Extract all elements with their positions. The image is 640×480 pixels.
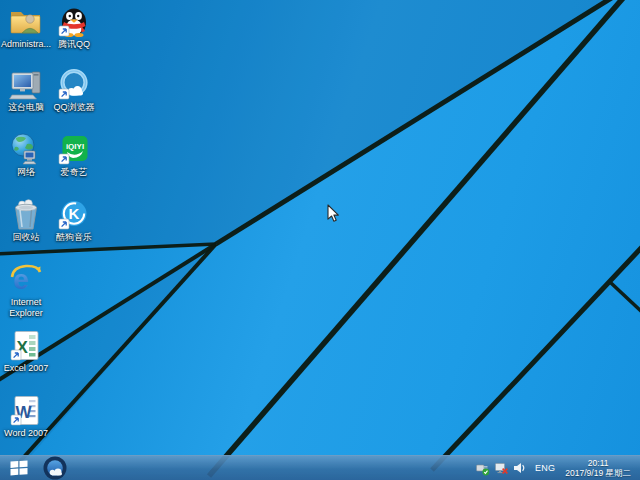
- taskbar-qq-browser-button[interactable]: [38, 456, 72, 480]
- usb-safely-remove-icon[interactable]: [475, 461, 490, 476]
- mouse-cursor: [327, 204, 340, 223]
- desktop-icon-qq-browser[interactable]: QQ浏览器: [49, 67, 99, 113]
- shortcut-arrow-badge: [11, 350, 21, 360]
- internet-explorer-icon: e: [9, 262, 43, 296]
- desktop-icon-label: 回收站: [13, 232, 40, 243]
- qq-browser-icon: [42, 455, 68, 480]
- desktop-icon-label: Word 2007: [4, 428, 48, 439]
- windows-logo-icon: [10, 459, 28, 476]
- volume-icon[interactable]: [513, 461, 527, 475]
- this-pc-icon: [9, 67, 43, 101]
- desktop-icon-tencent-qq[interactable]: 腾讯QQ: [49, 4, 99, 50]
- desktop-icon-iqiyi[interactable]: iQIYI 爱奇艺: [49, 132, 99, 178]
- desktop-icon-word-2007[interactable]: W Word 2007: [1, 393, 51, 439]
- shortcut-arrow-badge: [59, 154, 69, 164]
- desktop-icon-internet-explorer[interactable]: e Internet Explorer: [1, 262, 51, 319]
- language-indicator[interactable]: ENG: [535, 463, 555, 473]
- excel-2007-icon: X: [9, 328, 43, 362]
- svg-text:K: K: [69, 205, 80, 222]
- taskbar: ENG 20:11 2017/9/19 星期二: [0, 455, 640, 480]
- desktop-icon-kugou-music[interactable]: K 酷狗音乐: [49, 197, 99, 243]
- system-tray: ENG 20:11 2017/9/19 星期二: [473, 456, 640, 480]
- desktop-icon-label: 爱奇艺: [61, 167, 88, 178]
- administrator-folder-icon: [8, 4, 44, 38]
- desktop-icon-label: Excel 2007: [4, 363, 49, 374]
- desktop-icon-recycle-bin[interactable]: 回收站: [1, 197, 51, 243]
- desktop-icon-label: 腾讯QQ: [58, 39, 90, 50]
- start-button[interactable]: [0, 456, 38, 480]
- qq-browser-icon: [57, 67, 91, 101]
- shortcut-arrow-badge: [59, 89, 69, 99]
- desktop-icon-label: 网络: [17, 167, 35, 178]
- network-disconnected-icon[interactable]: [494, 461, 509, 476]
- desktop-icon-label: Internet Explorer: [1, 297, 51, 319]
- shortcut-arrow-badge: [59, 26, 69, 36]
- desktop-icon-label: Administra...: [1, 39, 51, 50]
- desktop-screen: Administra... 这台电脑 网络: [0, 0, 640, 480]
- taskbar-clock[interactable]: 20:11 2017/9/19 星期二: [565, 458, 631, 478]
- word-2007-icon: W: [9, 393, 43, 427]
- desktop-icon-network[interactable]: 网络: [1, 132, 51, 178]
- desktop-icon-this-pc[interactable]: 这台电脑: [1, 67, 51, 113]
- desktop-icon-label: 酷狗音乐: [56, 232, 92, 243]
- shortcut-arrow-badge: [59, 219, 69, 229]
- desktop-icon-label: QQ浏览器: [53, 102, 94, 113]
- svg-text:iQIYI: iQIYI: [66, 142, 84, 151]
- clock-time: 20:11: [565, 458, 631, 468]
- desktop-icon-label: 这台电脑: [8, 102, 44, 113]
- iqiyi-icon: iQIYI: [57, 132, 91, 166]
- desktop-icon-excel-2007[interactable]: X Excel 2007: [1, 328, 51, 374]
- tencent-qq-icon: [57, 4, 91, 38]
- shortcut-arrow-badge: [11, 415, 21, 425]
- desktop-icon-administrator[interactable]: Administra...: [1, 4, 51, 50]
- recycle-bin-icon: [9, 197, 43, 231]
- kugou-music-icon: K: [57, 197, 91, 231]
- network-icon: [9, 132, 43, 166]
- clock-date: 2017/9/19 星期二: [565, 468, 631, 478]
